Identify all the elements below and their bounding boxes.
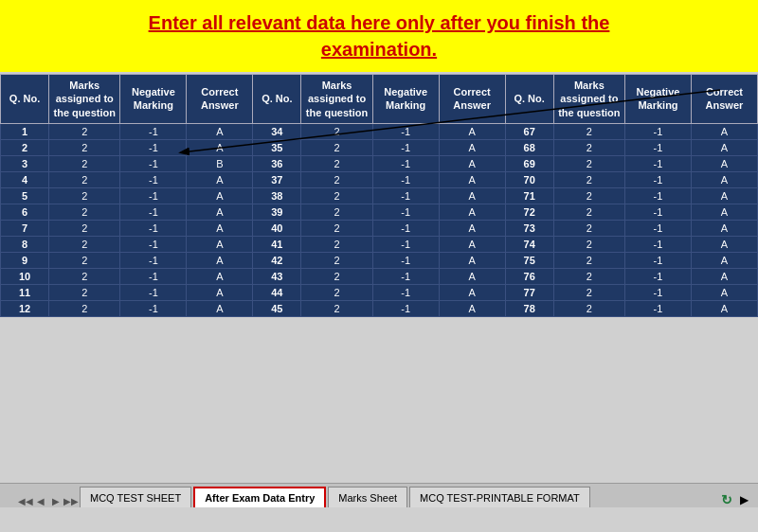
table-cell[interactable]: 6 xyxy=(1,204,49,220)
table-cell[interactable]: 67 xyxy=(505,123,553,139)
table-cell[interactable]: A xyxy=(691,139,757,155)
tab-nav-prev[interactable]: ◀ xyxy=(34,494,47,507)
table-cell[interactable]: 73 xyxy=(505,220,553,236)
table-cell[interactable]: -1 xyxy=(372,123,439,139)
table-cell[interactable]: A xyxy=(691,268,757,284)
table-cell[interactable]: A xyxy=(439,300,505,316)
table-cell[interactable]: 44 xyxy=(253,284,301,300)
table-cell[interactable]: A xyxy=(439,252,505,268)
table-cell[interactable]: 78 xyxy=(505,300,553,316)
table-cell[interactable]: A xyxy=(439,204,505,220)
table-cell[interactable]: 5 xyxy=(1,187,49,204)
tab-mcq-printable[interactable]: MCQ TEST-PRINTABLE FORMAT xyxy=(409,487,590,507)
table-cell[interactable]: A xyxy=(187,123,253,139)
table-cell[interactable]: 70 xyxy=(505,171,553,187)
table-cell[interactable]: A xyxy=(439,284,505,300)
table-cell[interactable]: -1 xyxy=(625,268,692,284)
table-cell[interactable]: 2 xyxy=(553,171,624,187)
table-cell[interactable]: 2 xyxy=(1,139,49,155)
table-cell[interactable]: 9 xyxy=(1,252,49,268)
table-cell[interactable]: -1 xyxy=(120,252,187,268)
table-cell[interactable]: 35 xyxy=(253,139,301,155)
table-cell[interactable]: -1 xyxy=(120,139,187,155)
tab-marks-sheet[interactable]: Marks Sheet xyxy=(328,487,407,507)
table-cell[interactable]: 76 xyxy=(505,268,553,284)
table-cell[interactable]: -1 xyxy=(120,123,187,139)
table-cell[interactable]: 43 xyxy=(253,268,301,284)
table-cell[interactable]: 2 xyxy=(553,187,624,204)
table-cell[interactable]: 2 xyxy=(553,268,624,284)
table-cell[interactable]: 2 xyxy=(49,268,120,284)
table-cell[interactable]: A xyxy=(187,220,253,236)
table-cell[interactable]: -1 xyxy=(625,204,692,220)
table-cell[interactable]: -1 xyxy=(120,204,187,220)
table-cell[interactable]: -1 xyxy=(372,236,439,252)
table-cell[interactable]: 2 xyxy=(553,123,624,139)
table-cell[interactable]: A xyxy=(691,155,757,171)
table-cell[interactable]: 8 xyxy=(1,236,49,252)
table-cell[interactable]: 68 xyxy=(505,139,553,155)
table-cell[interactable]: 2 xyxy=(301,171,372,187)
table-cell[interactable]: 3 xyxy=(1,155,49,171)
table-cell[interactable]: A xyxy=(439,187,505,204)
table-cell[interactable]: -1 xyxy=(372,252,439,268)
table-cell[interactable]: -1 xyxy=(120,220,187,236)
tab-after-exam-data-entry[interactable]: After Exam Data Entry xyxy=(193,487,326,507)
table-cell[interactable]: 2 xyxy=(301,236,372,252)
table-cell[interactable]: 2 xyxy=(301,268,372,284)
tab-nav-last[interactable]: ▶▶ xyxy=(64,494,78,507)
table-cell[interactable]: A xyxy=(187,204,253,220)
table-cell[interactable]: A xyxy=(187,300,253,316)
table-cell[interactable]: 2 xyxy=(553,155,624,171)
table-cell[interactable]: 2 xyxy=(301,284,372,300)
table-cell[interactable]: 34 xyxy=(253,123,301,139)
table-cell[interactable]: 11 xyxy=(1,284,49,300)
table-cell[interactable]: A xyxy=(691,220,757,236)
table-cell[interactable]: 2 xyxy=(49,155,120,171)
table-cell[interactable]: 36 xyxy=(253,155,301,171)
table-cell[interactable]: A xyxy=(691,236,757,252)
table-cell[interactable]: 2 xyxy=(553,300,624,316)
table-cell[interactable]: 45 xyxy=(253,300,301,316)
tab-mcq-test-sheet[interactable]: MCQ TEST SHEET xyxy=(80,487,191,507)
table-cell[interactable]: A xyxy=(187,268,253,284)
table-cell[interactable]: -1 xyxy=(372,171,439,187)
table-cell[interactable]: -1 xyxy=(120,284,187,300)
table-cell[interactable]: A xyxy=(187,139,253,155)
table-cell[interactable]: 4 xyxy=(1,171,49,187)
table-cell[interactable]: 2 xyxy=(49,139,120,155)
table-cell[interactable]: 2 xyxy=(553,139,624,155)
table-cell[interactable]: 38 xyxy=(253,187,301,204)
table-cell[interactable]: A xyxy=(691,284,757,300)
table-cell[interactable]: 2 xyxy=(301,204,372,220)
table-cell[interactable]: -1 xyxy=(372,155,439,171)
table-cell[interactable]: 40 xyxy=(253,220,301,236)
table-cell[interactable]: 2 xyxy=(49,236,120,252)
table-cell[interactable]: A xyxy=(187,284,253,300)
table-cell[interactable]: 2 xyxy=(553,220,624,236)
table-cell[interactable]: -1 xyxy=(625,252,692,268)
table-cell[interactable]: A xyxy=(691,171,757,187)
table-cell[interactable]: 39 xyxy=(253,204,301,220)
table-cell[interactable]: -1 xyxy=(625,123,692,139)
table-cell[interactable]: -1 xyxy=(372,300,439,316)
table-cell[interactable]: B xyxy=(187,155,253,171)
table-cell[interactable]: -1 xyxy=(625,300,692,316)
table-cell[interactable]: 74 xyxy=(505,236,553,252)
table-cell[interactable]: -1 xyxy=(625,155,692,171)
table-cell[interactable]: 37 xyxy=(253,171,301,187)
table-cell[interactable]: 2 xyxy=(553,284,624,300)
table-cell[interactable]: 2 xyxy=(301,123,372,139)
table-cell[interactable]: 77 xyxy=(505,284,553,300)
table-cell[interactable]: 2 xyxy=(49,204,120,220)
table-cell[interactable]: A xyxy=(439,155,505,171)
table-cell[interactable]: 2 xyxy=(49,123,120,139)
table-cell[interactable]: 2 xyxy=(301,252,372,268)
table-cell[interactable]: -1 xyxy=(372,204,439,220)
table-cell[interactable]: -1 xyxy=(120,155,187,171)
table-cell[interactable]: 2 xyxy=(301,155,372,171)
table-cell[interactable]: -1 xyxy=(625,284,692,300)
table-cell[interactable]: A xyxy=(439,220,505,236)
table-cell[interactable]: -1 xyxy=(625,187,692,204)
table-cell[interactable]: A xyxy=(187,236,253,252)
